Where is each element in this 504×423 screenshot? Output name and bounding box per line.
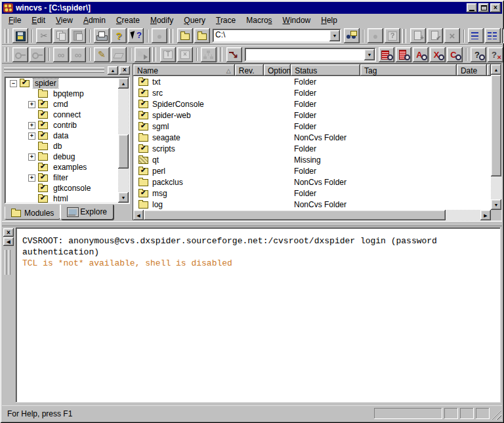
column-header-tag[interactable]: Tag: [360, 64, 457, 76]
browser-dock-header[interactable]: ▲ ×: [2, 64, 131, 75]
create-branch-button[interactable]: [201, 47, 217, 62]
query-update-button[interactable]: [379, 47, 394, 62]
view-multicolumn-button[interactable]: [485, 28, 501, 43]
horizontal-splitter[interactable]: [2, 221, 502, 226]
column-header-option[interactable]: Option: [264, 64, 291, 76]
maximize-button[interactable]: [478, 3, 489, 12]
scroll-up-button[interactable]: ▲: [491, 64, 501, 75]
browse-location-button[interactable]: [344, 28, 360, 43]
paste-button[interactable]: [70, 28, 86, 43]
query-annotate-button[interactable]: A: [413, 47, 429, 62]
toolbar-gripper[interactable]: [219, 47, 223, 62]
column-header-rev[interactable]: Rev.: [235, 64, 264, 76]
edit-files-button[interactable]: ✎: [94, 47, 110, 62]
file-list-hscrollbar[interactable]: ◀ ▶: [133, 210, 491, 220]
tree-scrollbar[interactable]: ▲ ▼: [118, 78, 129, 203]
menu-trace[interactable]: Trace: [211, 14, 241, 27]
tree-item-debug[interactable]: +debug: [6, 151, 118, 162]
file-row-perl[interactable]: perlFolder: [133, 165, 491, 176]
watch-off-button[interactable]: ∞: [70, 47, 86, 62]
help-box-button[interactable]: ?: [385, 28, 400, 43]
add-files-button[interactable]: [410, 28, 426, 43]
expand-toggle[interactable]: +: [28, 101, 35, 108]
dock-gripper[interactable]: [9, 250, 10, 275]
lock-files-button[interactable]: [12, 47, 28, 62]
menu-macros[interactable]: Macros: [241, 14, 277, 27]
create-tag-button[interactable]: T: [160, 47, 176, 62]
expand-toggle[interactable]: +: [28, 174, 35, 182]
about-button[interactable]: ?: [111, 28, 127, 43]
filter-combo[interactable]: ▼: [245, 48, 376, 62]
file-row-sgml[interactable]: sgmlFolder: [133, 121, 491, 132]
commit-files-button[interactable]: [427, 28, 443, 43]
toolbar-gripper[interactable]: [169, 29, 174, 43]
tree-item-filter[interactable]: +filter: [6, 172, 118, 183]
cut-button[interactable]: ✂: [36, 28, 52, 43]
file-row-SpiderConsole[interactable]: SpiderConsoleFolder: [133, 98, 491, 110]
scrollbar-thumb[interactable]: [144, 210, 446, 220]
path-combo[interactable]: C:\▼: [213, 29, 341, 43]
file-row-seagate[interactable]: seagateNonCvs Folder: [133, 132, 491, 143]
scrollbar-thumb[interactable]: [491, 75, 501, 176]
watch-on-button[interactable]: ∞: [53, 47, 69, 62]
scrollbar-thumb[interactable]: [118, 134, 129, 169]
tree-item-data[interactable]: +data: [6, 131, 118, 141]
release-button[interactable]: [135, 47, 150, 62]
dock-gripper[interactable]: [5, 250, 7, 275]
scroll-left-button[interactable]: ◀: [133, 210, 144, 220]
tab-explore[interactable]: Explore: [60, 205, 114, 220]
scroll-down-button[interactable]: ▼: [491, 199, 501, 210]
tree-item-spider[interactable]: −spider: [6, 78, 118, 89]
filter-combo-dropdown-button[interactable]: ▼: [364, 49, 375, 60]
file-row-packclus[interactable]: packclusNonCvs Folder: [133, 176, 491, 188]
dock-close-button[interactable]: ×: [119, 66, 130, 75]
dock-gripper[interactable]: [4, 68, 104, 73]
print-button[interactable]: [94, 28, 110, 43]
unlock-files-button[interactable]: [30, 47, 45, 62]
file-list[interactable]: txtFoldersrcFolderSpiderConsoleFolderspi…: [133, 76, 491, 210]
console-close-button[interactable]: ×: [3, 228, 14, 237]
collapse-toggle[interactable]: −: [10, 80, 17, 87]
query-cancel-button[interactable]: ?: [488, 47, 503, 62]
minimize-button[interactable]: [467, 3, 477, 12]
query-diff-button[interactable]: C: [447, 47, 463, 62]
dock-expand-button[interactable]: ▲: [108, 66, 118, 75]
menu-view[interactable]: View: [51, 14, 78, 27]
scroll-right-button[interactable]: ▶: [480, 210, 491, 220]
query-unknown-button[interactable]: ?: [471, 47, 486, 62]
file-row-log[interactable]: logNonCvs Folder: [133, 199, 491, 210]
tree-item-bpqtemp[interactable]: bpqtemp: [6, 89, 118, 99]
toolbar-gripper[interactable]: [152, 47, 157, 62]
tree-item-cmd[interactable]: +cmd: [6, 99, 118, 110]
column-header-date[interactable]: Date: [457, 64, 487, 76]
menu-create[interactable]: Create: [111, 14, 145, 27]
menu-window[interactable]: Window: [278, 14, 316, 27]
scroll-up-button[interactable]: ▲: [118, 78, 129, 89]
tree-item-contrib[interactable]: +contrib: [6, 120, 118, 131]
console-collapse-button[interactable]: ◀: [3, 237, 14, 246]
menu-help[interactable]: Help: [316, 14, 343, 27]
expand-toggle[interactable]: +: [28, 153, 35, 161]
folder-tree[interactable]: −spiderbpqtemp+cmdconnect+contrib+datadb…: [5, 77, 130, 204]
scroll-down-button[interactable]: ▼: [118, 192, 129, 203]
close-button[interactable]: ×: [490, 3, 501, 12]
menu-edit[interactable]: Edit: [26, 14, 51, 27]
column-header-status[interactable]: Status: [291, 64, 360, 76]
unedit-files-button[interactable]: [111, 47, 127, 62]
menu-admin[interactable]: Admin: [78, 14, 111, 27]
view-list-button[interactable]: [468, 28, 484, 43]
toolbar-gripper[interactable]: [5, 47, 9, 62]
file-row-spider-web[interactable]: spider-webFolder: [133, 110, 491, 121]
tree-item-html[interactable]: html: [6, 193, 118, 204]
save-button[interactable]: [12, 28, 28, 43]
file-row-txt[interactable]: txtFolder: [133, 76, 491, 87]
checkout-module-button[interactable]: ↓: [177, 28, 193, 43]
query-status-button[interactable]: X: [430, 47, 446, 62]
toolbar-gripper[interactable]: [402, 29, 407, 43]
file-list-vscrollbar[interactable]: ▲ ▼: [491, 64, 501, 210]
title-bar[interactable]: wincvs - [C:\spider\] ×: [2, 2, 502, 14]
console-output[interactable]: CVSROOT: anonymous@cvs.dxspider.sourcefo…: [16, 228, 501, 403]
tab-modules[interactable]: Modules: [5, 207, 60, 220]
toolbar-gripper[interactable]: [5, 29, 9, 43]
tree-item-gtkconsole[interactable]: gtkconsole: [6, 183, 118, 193]
